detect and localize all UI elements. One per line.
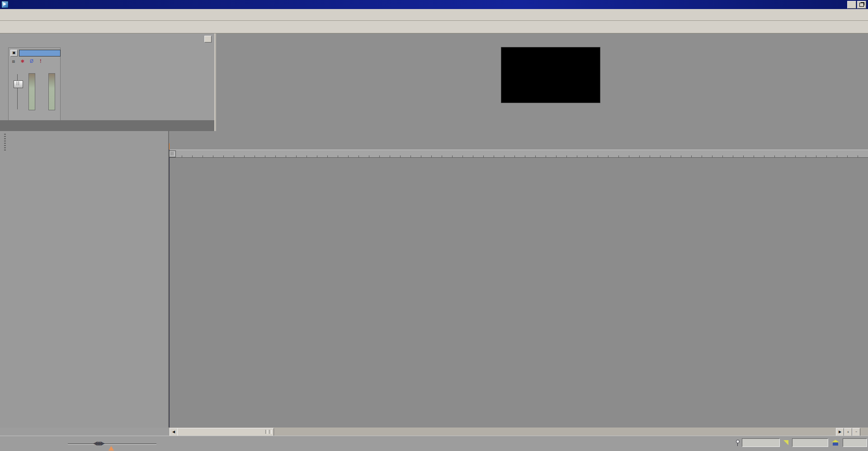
track-list (0, 131, 169, 428)
video-preview-toolbar (216, 34, 868, 45)
menu-bar (0, 9, 868, 21)
loop-region-box[interactable] (843, 438, 867, 447)
minimize-button[interactable] (847, 1, 856, 9)
insert-fx-icon[interactable]: ⧈ (10, 58, 17, 64)
loop-region-icon (832, 440, 839, 446)
dock-tab-bar (0, 120, 214, 131)
master-fader-handle[interactable] (14, 80, 23, 88)
master-fader-track (17, 74, 18, 109)
master-bus-strip: ▣ ⧈ ✱ Ø ! (8, 47, 61, 121)
restore-button[interactable] (857, 1, 866, 9)
window-menu-icon[interactable] (204, 36, 212, 42)
time-ruler[interactable] (169, 150, 868, 158)
vegas-pro-window: ▣ ⧈ ✱ Ø ! (0, 0, 868, 451)
playhead[interactable] (169, 150, 170, 428)
cursor-position-icon (736, 440, 740, 446)
master-meter-right (48, 73, 55, 110)
rate-slider-handle[interactable]: ◀◆▶ (93, 440, 104, 446)
master-meter-left (28, 73, 35, 110)
horizontal-scrollbar[interactable]: ◀ ▶ ＋ － (169, 428, 868, 436)
mute-icon[interactable]: Ø (28, 58, 35, 64)
title-bar (0, 0, 868, 9)
status-bar-right (736, 438, 868, 447)
main-toolbar (0, 21, 868, 33)
scroll-right-button[interactable]: ▶ (836, 428, 844, 436)
automation-settings-icon[interactable]: ✱ (19, 58, 26, 64)
scroll-left-button[interactable]: ◀ (170, 428, 178, 436)
rate-marker-icon (108, 446, 114, 451)
solo-icon[interactable]: ! (38, 58, 44, 64)
meter-scale (35, 73, 48, 109)
marker-bar[interactable] (169, 131, 868, 150)
drag-grip[interactable] (4, 134, 6, 151)
zoom-out-button[interactable]: － (852, 428, 860, 436)
bottom-bar: ◀◆▶ (0, 436, 868, 451)
timeline[interactable] (169, 131, 868, 428)
master-bus-panel: ▣ ⧈ ✱ Ø ! (0, 33, 214, 131)
selection-length-box[interactable] (792, 438, 828, 447)
zoom-in-button[interactable]: ＋ (844, 428, 852, 436)
cursor-position-box[interactable] (742, 438, 780, 447)
playhead-handle[interactable] (169, 150, 176, 157)
app-icon (1, 1, 9, 8)
scrollbar-thumb[interactable] (177, 428, 274, 436)
selection-length-icon (783, 440, 788, 445)
downmix-output-icon[interactable]: ▣ (10, 50, 18, 56)
video-frame (501, 47, 600, 103)
window-dock-area: ▣ ⧈ ✱ Ø ! (0, 33, 868, 131)
rate-slider[interactable] (68, 443, 156, 445)
bus-name-field[interactable] (19, 50, 61, 56)
video-preview-panel (216, 33, 868, 131)
